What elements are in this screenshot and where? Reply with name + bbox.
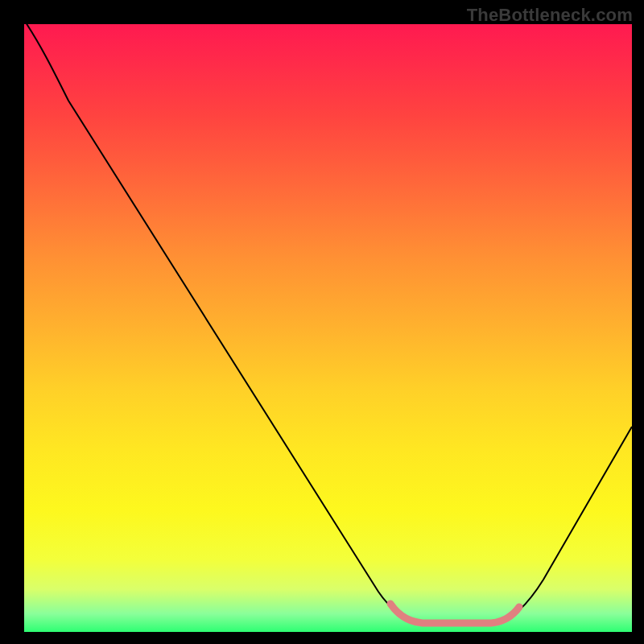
curve-layer — [24, 24, 632, 632]
optimal-range-marker — [390, 604, 519, 623]
bottleneck-curve — [24, 24, 632, 623]
plot-area — [24, 24, 632, 632]
chart-container: TheBottleneck.com — [0, 0, 644, 644]
watermark-text: TheBottleneck.com — [467, 5, 633, 26]
